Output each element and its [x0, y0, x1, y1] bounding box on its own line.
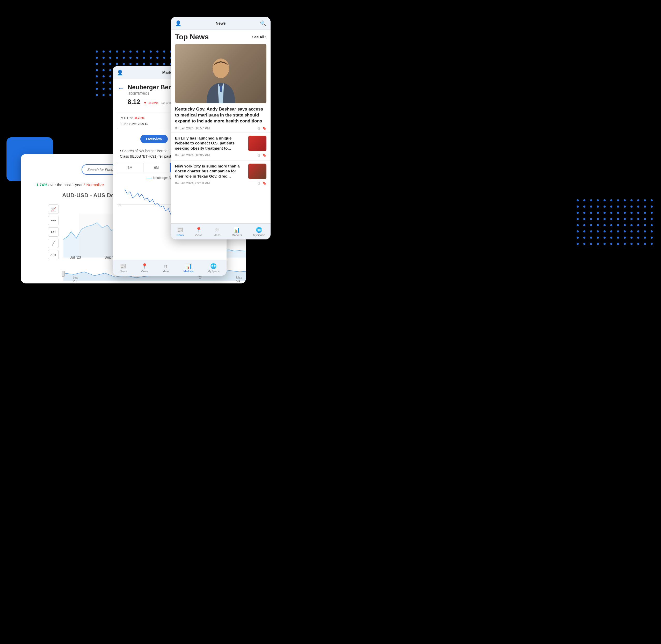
- x-tick: '24: [199, 276, 203, 283]
- nav-label: Ideas: [162, 270, 169, 273]
- views-icon: 📍: [141, 263, 148, 269]
- performance-period: over the past 1 year: [48, 183, 83, 187]
- mobile-header: 👤 News 🔍: [171, 17, 271, 30]
- bottom-nav: 📰News 📍Views ≋Ideas 📊Markets 🌐MySpace: [171, 223, 271, 239]
- nav-ideas[interactable]: ≋Ideas: [213, 227, 221, 236]
- news-item[interactable]: Eli Lilly has launched a unique website …: [171, 132, 271, 160]
- share-icon[interactable]: ⎘: [258, 153, 260, 157]
- nav-label: MySpace: [208, 270, 220, 273]
- page-title: News: [216, 21, 226, 25]
- stat-label: MTD %:: [121, 116, 133, 120]
- news-icon: 📰: [177, 227, 183, 233]
- nav-views[interactable]: 📍Views: [195, 227, 202, 236]
- nav-label: MySpace: [253, 233, 265, 236]
- user-icon[interactable]: 👤: [175, 20, 182, 26]
- news-panel: 👤 News 🔍 Top News See All › Kentucky Gov…: [171, 17, 271, 239]
- nav-label: News: [120, 270, 127, 273]
- myspace-icon: 🌐: [210, 263, 217, 269]
- nav-markets[interactable]: 📊Markets: [232, 227, 242, 236]
- draw-tool-icon[interactable]: ╱: [48, 239, 59, 248]
- line-tool-icon[interactable]: 📈: [48, 205, 59, 214]
- nav-label: Markets: [232, 233, 242, 236]
- news-date: 04 Jan 2024, 09:19 PM: [175, 181, 210, 185]
- ab-tool-icon[interactable]: A⌃B: [48, 250, 59, 259]
- news-headline: Eli Lilly has launched a unique website …: [175, 136, 245, 151]
- stat-label: Fund Size:: [121, 122, 137, 126]
- tab-overview[interactable]: Overview: [140, 135, 168, 143]
- ideas-icon: ≋: [164, 263, 168, 269]
- search-icon[interactable]: 🔍: [260, 20, 267, 26]
- news-date: 04 Jan 2024, 10:05 PM: [175, 153, 210, 157]
- price-change: ▼ -0.25%: [143, 101, 158, 105]
- x-axis-labels: Jul '23 Sep '23: [70, 255, 117, 259]
- nav-news[interactable]: 📰News: [177, 227, 184, 236]
- bookmark-icon[interactable]: 🔖: [262, 181, 267, 185]
- normalize-label: * Normalize: [84, 183, 104, 187]
- chevron-right-icon: ›: [265, 35, 267, 39]
- x-tick: Jul '23: [70, 255, 81, 259]
- range-slider-left[interactable]: [62, 271, 65, 277]
- hero-news-image[interactable]: [175, 44, 267, 103]
- time-tab-3m[interactable]: 3M: [117, 163, 143, 172]
- nav-label: Views: [141, 270, 149, 273]
- nav-ideas[interactable]: ≋Ideas: [162, 263, 169, 273]
- annotation-tool-icon[interactable]: TXT: [48, 227, 59, 236]
- nav-news[interactable]: 📰News: [120, 263, 127, 273]
- nav-label: Markets: [184, 270, 193, 273]
- nav-myspace[interactable]: 🌐MySpace: [253, 227, 265, 236]
- nav-markets[interactable]: 📊Markets: [184, 263, 193, 273]
- myspace-icon: 🌐: [256, 227, 262, 233]
- price-change-value: -0.25%: [147, 101, 158, 105]
- person-photo: [200, 54, 242, 103]
- news-thumbnail: [248, 136, 267, 151]
- price-value: 8.12: [128, 98, 140, 106]
- overview-x-labels: Sep '23 '24 May '24: [72, 276, 246, 283]
- hero-headline[interactable]: Kentucky Gov. Andy Beshear says access t…: [175, 107, 267, 124]
- chart-toolbar: 📈 〰️ TXT ╱ A⌃B: [48, 205, 59, 259]
- section-title: Top News: [175, 33, 209, 41]
- nav-views[interactable]: 📍Views: [141, 263, 149, 273]
- news-date: 04 Jan 2024, 10:57 PM: [175, 126, 210, 130]
- views-icon: 📍: [196, 227, 202, 233]
- ideas-icon: ≋: [215, 227, 219, 233]
- compare-tool-icon[interactable]: 〰️: [48, 216, 59, 225]
- bookmark-icon[interactable]: 🔖: [262, 153, 267, 157]
- user-icon[interactable]: 👤: [117, 69, 123, 75]
- bookmark-icon[interactable]: 🔖: [262, 126, 267, 130]
- back-arrow-icon[interactable]: ←: [118, 85, 124, 92]
- bottom-nav: 📰News 📍Views ≋Ideas 📊Markets 🌐MySpace: [113, 260, 227, 276]
- performance-value: 1.74%: [36, 183, 47, 187]
- see-all-link[interactable]: See All ›: [252, 35, 267, 39]
- news-thumbnail: [248, 164, 267, 179]
- stat-value: 2.09 B: [138, 122, 147, 126]
- markets-icon: 📊: [185, 263, 192, 269]
- share-icon[interactable]: ⎘: [258, 181, 260, 185]
- news-item[interactable]: New York City is suing more than a dozen…: [171, 160, 271, 188]
- nav-myspace[interactable]: 🌐MySpace: [208, 263, 220, 273]
- decorative-dots: [576, 199, 653, 245]
- nav-label: News: [177, 233, 184, 236]
- see-all-label: See All: [252, 35, 264, 39]
- y-tick: 8: [119, 203, 121, 207]
- time-tab-6m[interactable]: 6M: [143, 163, 170, 172]
- nav-label: Ideas: [213, 233, 221, 236]
- stat-value: -0.78%: [134, 116, 144, 120]
- share-icon[interactable]: ⎘: [258, 126, 260, 130]
- news-headline: New York City is suing more than a dozen…: [175, 164, 245, 179]
- x-tick: May '24: [236, 276, 246, 283]
- x-tick: Sep '23: [72, 276, 82, 283]
- news-icon: 📰: [120, 263, 127, 269]
- markets-icon: 📊: [233, 227, 240, 233]
- nav-label: Views: [195, 233, 202, 236]
